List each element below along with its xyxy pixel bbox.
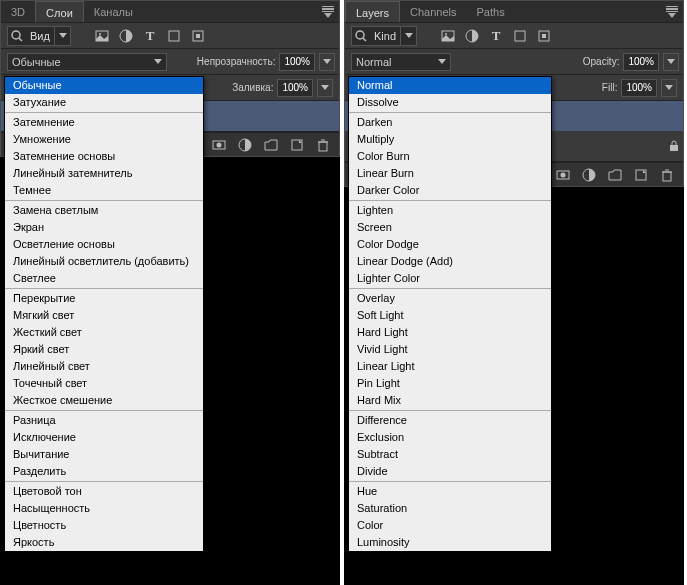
tab-3d[interactable]: 3D <box>1 1 35 22</box>
fill-value[interactable]: 100% <box>621 79 657 97</box>
opacity-value[interactable]: 100% <box>623 53 659 71</box>
blend-mode-option[interactable]: Экран <box>5 219 203 236</box>
blend-mode-option[interactable]: Lighter Color <box>349 270 551 287</box>
filter-shape-icon[interactable] <box>511 27 529 45</box>
blend-mode-option[interactable]: Screen <box>349 219 551 236</box>
blend-mode-option[interactable]: Затемнение основы <box>5 148 203 165</box>
tab-каналы[interactable]: Каналы <box>84 1 143 22</box>
blend-mode-option[interactable]: Luminosity <box>349 534 551 551</box>
filter-kind-select[interactable]: Вид <box>7 26 71 46</box>
svg-point-3 <box>99 33 101 35</box>
blend-mode-option[interactable]: Затемнение <box>5 114 203 131</box>
filter-shape-icon[interactable] <box>165 27 183 45</box>
tab-paths[interactable]: Paths <box>467 1 515 22</box>
opacity-value[interactable]: 100% <box>279 53 315 71</box>
blend-mode-option[interactable]: Цветовой тон <box>5 483 203 500</box>
blend-mode-option[interactable]: Dissolve <box>349 94 551 111</box>
filter-adjust-icon[interactable] <box>117 27 135 45</box>
svg-point-16 <box>217 142 222 147</box>
adjust-icon[interactable] <box>237 137 253 153</box>
blend-mode-option[interactable]: Жесткое смешение <box>5 392 203 409</box>
group-icon[interactable] <box>607 167 623 183</box>
tab-bar: 3DСлоиКаналы <box>1 1 339 23</box>
blend-mode-option[interactable]: Darker Color <box>349 182 551 199</box>
fill-value[interactable]: 100% <box>277 79 313 97</box>
blend-mode-option[interactable]: Насыщенность <box>5 500 203 517</box>
blend-mode-option[interactable]: Overlay <box>349 290 551 307</box>
fill-stepper[interactable] <box>317 79 333 97</box>
blend-mode-option[interactable]: Исключение <box>5 429 203 446</box>
filter-smart-icon[interactable] <box>189 27 207 45</box>
blend-mode-option[interactable]: Vivid Light <box>349 341 551 358</box>
blend-mode-option[interactable]: Hard Mix <box>349 392 551 409</box>
blend-mode-option[interactable]: Difference <box>349 412 551 429</box>
blend-mode-option[interactable]: Color <box>349 517 551 534</box>
adjust-icon[interactable] <box>581 167 597 183</box>
blend-mode-select[interactable]: Normal <box>351 53 451 71</box>
blend-mode-option[interactable]: Осветление основы <box>5 236 203 253</box>
blend-mode-option[interactable]: Soft Light <box>349 307 551 324</box>
blend-mode-option[interactable]: Exclusion <box>349 429 551 446</box>
blend-mode-option[interactable]: Затухание <box>5 94 203 111</box>
blend-mode-select[interactable]: Обычные <box>7 53 167 71</box>
blend-mode-option[interactable]: Hue <box>349 483 551 500</box>
blend-mode-option[interactable]: Яркий свет <box>5 341 203 358</box>
blend-mode-option[interactable]: Перекрытие <box>5 290 203 307</box>
group-icon[interactable] <box>263 137 279 153</box>
blend-mode-option[interactable]: Pin Light <box>349 375 551 392</box>
filter-pixel-icon[interactable] <box>93 27 111 45</box>
blend-mode-option[interactable]: Color Dodge <box>349 236 551 253</box>
filter-pixel-icon[interactable] <box>439 27 457 45</box>
blend-mode-value: Normal <box>356 56 391 68</box>
fill-stepper[interactable] <box>661 79 677 97</box>
blend-mode-option[interactable]: Мягкий свет <box>5 307 203 324</box>
new-icon[interactable] <box>633 167 649 183</box>
tab-слои[interactable]: Слои <box>35 1 84 22</box>
blend-mode-option[interactable]: Divide <box>349 463 551 480</box>
blend-mode-option[interactable]: Multiply <box>349 131 551 148</box>
blend-mode-option[interactable]: Линейный затемнитель <box>5 165 203 182</box>
filter-adjust-icon[interactable] <box>463 27 481 45</box>
blend-mode-option[interactable]: Темнее <box>5 182 203 199</box>
filter-text-icon[interactable]: T <box>487 27 505 45</box>
tab-layers[interactable]: Layers <box>345 1 400 22</box>
blend-mode-option[interactable]: Жесткий свет <box>5 324 203 341</box>
blend-mode-option[interactable]: Обычные <box>5 77 203 94</box>
blend-mode-option[interactable]: Вычитание <box>5 446 203 463</box>
blend-mode-option[interactable]: Разделить <box>5 463 203 480</box>
blend-mode-option[interactable]: Darken <box>349 114 551 131</box>
filter-kind-select[interactable]: Kind <box>351 26 417 46</box>
blend-mode-option[interactable]: Разница <box>5 412 203 429</box>
tab-channels[interactable]: Channels <box>400 1 466 22</box>
blend-mode-option[interactable]: Точечный свет <box>5 375 203 392</box>
panel-menu-icon[interactable] <box>663 6 681 18</box>
blend-mode-option[interactable]: Hard Light <box>349 324 551 341</box>
blend-mode-option[interactable]: Linear Burn <box>349 165 551 182</box>
opacity-stepper[interactable] <box>663 53 679 71</box>
trash-icon[interactable] <box>659 167 675 183</box>
panel-menu-icon[interactable] <box>319 6 337 18</box>
blend-mode-option[interactable]: Subtract <box>349 446 551 463</box>
blend-mode-option[interactable]: Saturation <box>349 500 551 517</box>
blend-mode-option[interactable]: Lighten <box>349 202 551 219</box>
new-icon[interactable] <box>289 137 305 153</box>
filter-text-icon[interactable]: T <box>141 27 159 45</box>
blend-mode-option[interactable]: Linear Dodge (Add) <box>349 253 551 270</box>
blend-mode-option[interactable]: Замена светлым <box>5 202 203 219</box>
opacity-stepper[interactable] <box>319 53 335 71</box>
blend-mode-option[interactable]: Линейный свет <box>5 358 203 375</box>
filter-smart-icon[interactable] <box>535 27 553 45</box>
blend-mode-option[interactable]: Светлее <box>5 270 203 287</box>
blend-mode-value: Обычные <box>12 56 61 68</box>
blend-mode-option[interactable]: Линейный осветлитель (добавить) <box>5 253 203 270</box>
separator <box>349 288 551 289</box>
blend-mode-option[interactable]: Color Burn <box>349 148 551 165</box>
blend-mode-option[interactable]: Linear Light <box>349 358 551 375</box>
blend-mode-option[interactable]: Умножение <box>5 131 203 148</box>
trash-icon[interactable] <box>315 137 331 153</box>
blend-mode-option[interactable]: Цветность <box>5 517 203 534</box>
mask-icon[interactable] <box>555 167 571 183</box>
mask-icon[interactable] <box>211 137 227 153</box>
blend-mode-option[interactable]: Normal <box>349 77 551 94</box>
blend-mode-option[interactable]: Яркость <box>5 534 203 551</box>
